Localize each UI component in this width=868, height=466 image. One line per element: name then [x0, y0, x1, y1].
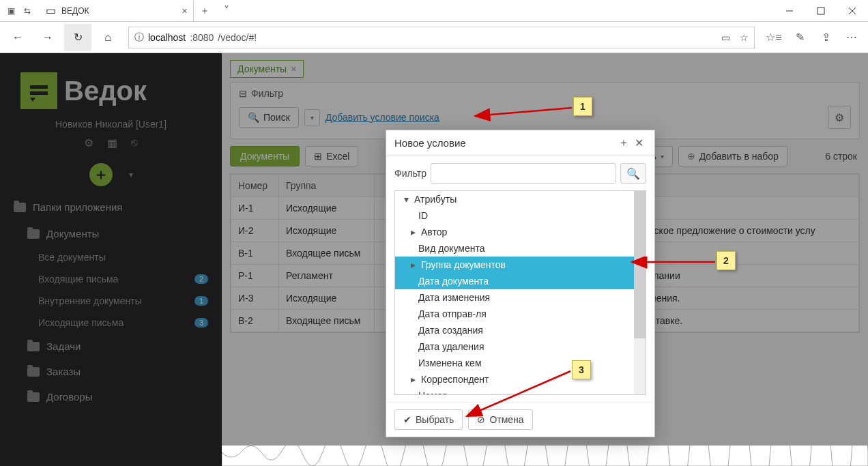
folder-icon — [27, 342, 40, 351]
url-path: /vedoc/#! — [218, 32, 257, 43]
excel-export-button[interactable]: ⊞Excel — [305, 146, 358, 166]
close-icon[interactable]: × — [291, 63, 296, 74]
expand-icon[interactable]: ▸ — [409, 374, 417, 385]
expand-icon[interactable]: ▸ — [409, 227, 417, 237]
collapse-icon[interactable]: ⊟ — [239, 88, 247, 99]
scrollbar-thumb[interactable] — [634, 191, 646, 338]
select-button-label: Выбрать — [416, 414, 454, 425]
select-button[interactable]: ✔Выбрать — [394, 409, 463, 430]
tree-item[interactable]: Дата отправ-ля — [395, 306, 646, 322]
add-document-button[interactable]: ＋ ▾ — [0, 163, 222, 186]
browser-titlebar: ▣ ⇆ ▭ ВЕДОК × ＋ ˅ — [0, 0, 868, 22]
share-icon[interactable]: ⇪ — [813, 25, 838, 50]
apps-icon[interactable]: ▦ — [107, 136, 117, 149]
notes-icon[interactable]: ✎ — [787, 25, 812, 50]
sidebar-item-tasks[interactable]: Задачи — [0, 334, 222, 359]
favorites-bar-icon[interactable]: ☆≡ — [762, 25, 786, 50]
close-modal-icon[interactable]: ✕ — [632, 136, 646, 149]
section-label: Папки приложения — [33, 201, 122, 213]
home-button[interactable]: ⌂ — [94, 24, 121, 51]
expand-icon[interactable]: ▸ — [409, 259, 417, 270]
cancel-button[interactable]: ⊘Отмена — [468, 409, 532, 430]
sidebar-subitem[interactable]: Исходящие письма3 — [0, 312, 222, 334]
history-icon[interactable]: ⇆ — [22, 5, 33, 16]
sidebar-section-apps[interactable]: Папки приложения — [0, 193, 222, 221]
sidebar-item-documents[interactable]: Документы — [0, 221, 222, 246]
logo-text: Ведок — [64, 76, 147, 106]
tree-item[interactable]: ▸Автор — [395, 224, 646, 240]
maximize-button[interactable] — [805, 0, 837, 22]
filter-settings-button[interactable]: ⚙ — [828, 106, 851, 129]
sidebar-item-orders[interactable]: Заказы — [0, 359, 222, 384]
tree-root[interactable]: ▾ Атрибуты — [395, 191, 646, 207]
search-dropdown-button[interactable]: ▾ — [304, 109, 320, 126]
count-badge: 3 — [194, 318, 208, 327]
browser-tab[interactable]: ▭ ВЕДОК × — [38, 1, 194, 21]
tree-item[interactable]: ID — [395, 207, 646, 224]
forward-button[interactable]: → — [34, 24, 61, 51]
reading-view-icon[interactable]: ▭ — [721, 32, 730, 43]
sidebar-subitem[interactable]: Входящие письма2 — [0, 268, 222, 290]
minimize-button[interactable] — [774, 0, 805, 22]
new-tab-button[interactable]: ＋ — [194, 5, 216, 17]
attribute-tree: ▾ Атрибуты ID▸АвторВид документа▸Группа … — [394, 190, 646, 395]
tree-item[interactable]: Дата документа — [395, 273, 634, 289]
refresh-button[interactable]: ↻ — [64, 24, 91, 51]
col-group[interactable]: Группа — [279, 175, 375, 197]
cell-group: Исходящие — [279, 287, 375, 310]
tab-chevron-icon[interactable]: ˅ — [216, 4, 237, 17]
sidebar-item-contracts[interactable]: Договоры — [0, 384, 222, 409]
folder-icon — [14, 203, 26, 212]
filter-input[interactable] — [431, 163, 616, 184]
close-window-button[interactable] — [837, 0, 868, 22]
tree-item[interactable]: Дата удаления — [395, 338, 646, 355]
sidebar-item-label: Заказы — [46, 366, 81, 377]
col-number[interactable]: Номер — [231, 175, 279, 197]
tree-root-label: Атрибуты — [414, 194, 457, 205]
logout-icon[interactable]: ⎋ — [131, 136, 138, 149]
back-button[interactable]: ← — [4, 24, 31, 51]
check-icon: ✔ — [403, 414, 411, 425]
sidebar-item-label: Все документы — [38, 252, 106, 263]
more-icon[interactable]: ⋯ — [839, 25, 864, 50]
close-tab-icon[interactable]: × — [182, 5, 187, 16]
sidebar-subitem[interactable]: Внутренние документы1 — [0, 290, 222, 312]
tree-scrollbar[interactable] — [634, 191, 646, 394]
expand-icon[interactable]: ▾ — [402, 194, 410, 205]
documents-action-button[interactable]: Документы — [230, 146, 300, 166]
search-icon: 🔍 — [248, 112, 259, 123]
url-port: :8080 — [190, 32, 214, 43]
favorite-icon[interactable]: ☆ — [740, 32, 749, 43]
address-input[interactable]: ⓘ localhost:8080/vedoc/#! ▭ ☆ — [128, 27, 755, 48]
tree-item[interactable]: Изменена кем — [395, 355, 646, 371]
tree-item[interactable]: ▸Группа документов — [395, 257, 634, 273]
chevron-down-icon: ▾ — [310, 114, 314, 121]
new-condition-modal: Новое условие ＋ ✕ Фильтр 🔍 ▾ Атрибуты ID… — [386, 130, 655, 437]
tree-item[interactable]: Номер — [395, 388, 646, 395]
tree-item[interactable]: Дата создания — [395, 322, 646, 338]
maximize-modal-icon[interactable]: ＋ — [616, 136, 632, 150]
content-tab-documents[interactable]: Документы × — [230, 60, 304, 78]
tree-item[interactable]: Вид документа — [395, 240, 646, 257]
cancel-button-label: Отмена — [489, 414, 523, 425]
sidebar-subitem[interactable]: Все документы — [0, 246, 222, 268]
search-icon: 🔍 — [626, 167, 640, 180]
gear-icon[interactable]: ⚙ — [84, 136, 93, 149]
panel-title: Фильтр — [251, 88, 283, 99]
filter-search-button[interactable]: 🔍 — [620, 163, 646, 184]
tree-item-label: Номер — [418, 390, 448, 395]
add-to-set-button[interactable]: ⊕Добавить в набор — [678, 146, 787, 166]
tree-item-label: Корреспондент — [421, 374, 489, 385]
row-count-label: 6 строк — [825, 151, 860, 162]
add-condition-link[interactable]: Добавить условие поиска — [326, 112, 439, 123]
tree-item-label: Изменена кем — [418, 358, 482, 368]
page-icon: ▭ — [45, 5, 56, 16]
sidebar-item-label: Договоры — [46, 391, 92, 403]
cell-group: Входящее письм — [279, 242, 375, 265]
tree-item-label: Дата удаления — [418, 341, 484, 352]
plus-circle-icon: ⊕ — [687, 151, 695, 162]
folder-icon — [27, 229, 40, 239]
tree-item[interactable]: ▸Корреспондент — [395, 371, 646, 388]
search-button[interactable]: 🔍 Поиск — [239, 107, 299, 128]
tree-item[interactable]: Дата изменения — [395, 289, 646, 306]
